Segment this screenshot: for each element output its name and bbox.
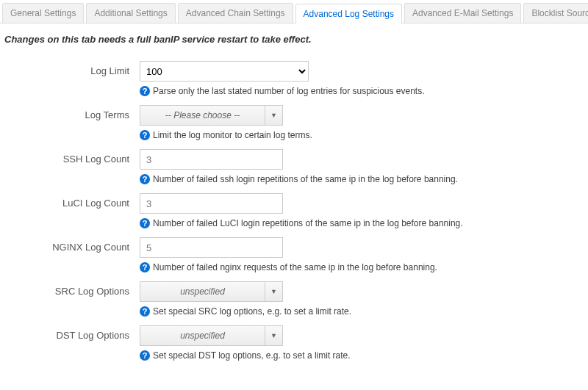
log-limit-help-text: Parse only the last stated number of log… [153,86,425,96]
tab-additional-settings[interactable]: Additional Settings [86,3,175,23]
log-limit-help: ? Parse only the last stated number of l… [140,86,588,96]
nginx-log-count-input[interactable] [140,237,283,258]
src-log-options-label: SRC Log Options [0,281,140,317]
tab-advanced-email-settings[interactable]: Advanced E-Mail Settings [404,3,521,23]
log-terms-placeholder: -- Please choose -- [140,110,265,120]
chevron-down-icon: ▼ [265,326,282,345]
tabs-bar: General Settings Additional Settings Adv… [0,0,588,24]
ssh-log-count-help: ? Number of failed ssh login repetitions… [140,174,588,184]
src-log-options-dropdown[interactable]: unspecified ▼ [140,281,283,302]
dst-log-options-help: ? Set special DST log options, e.g. to s… [140,350,588,361]
field-src-log-options: SRC Log Options unspecified ▼ ? Set spec… [0,272,588,317]
dst-log-options-dropdown[interactable]: unspecified ▼ [140,325,283,346]
log-terms-help: ? Limit the log monitor to certain log t… [140,130,588,140]
luci-log-count-input[interactable] [140,193,283,214]
tab-advanced-chain-settings[interactable]: Advanced Chain Settings [178,3,293,23]
log-limit-label: Log Limit [0,61,140,96]
help-icon: ? [140,130,150,140]
chevron-down-icon: ▼ [265,282,282,301]
help-icon: ? [140,306,150,317]
nginx-log-count-help-text: Number of failed nginx requests of the s… [153,262,437,272]
dst-log-options-help-text: Set special DST log options, e.g. to set… [153,350,351,361]
ssh-log-count-input[interactable] [140,149,283,170]
field-nginx-log-count: NGINX Log Count ? Number of failed nginx… [0,228,588,272]
dst-log-options-label: DST Log Options [0,325,140,361]
src-log-options-help: ? Set special SRC log options, e.g. to s… [140,306,588,317]
nginx-log-count-help: ? Number of failed nginx requests of the… [140,262,588,272]
field-log-limit: Log Limit 100 ? Parse only the last stat… [0,52,588,96]
luci-log-count-label: LuCI Log Count [0,193,140,228]
nginx-log-count-label: NGINX Log Count [0,237,140,272]
help-icon: ? [140,86,150,96]
log-terms-help-text: Limit the log monitor to certain log ter… [153,130,312,140]
tab-advanced-log-settings[interactable]: Advanced Log Settings [295,4,402,24]
ssh-log-count-help-text: Number of failed ssh login repetitions o… [153,174,458,184]
help-icon: ? [140,218,150,228]
luci-log-count-help: ? Number of failed LuCI login repetition… [140,218,588,228]
field-luci-log-count: LuCI Log Count ? Number of failed LuCI l… [0,184,588,228]
tab-intro-note: Changes on this tab needs a full banIP s… [0,24,588,52]
log-limit-select[interactable]: 100 [140,61,309,82]
field-ssh-log-count: SSH Log Count ? Number of failed ssh log… [0,140,588,184]
help-icon: ? [140,350,150,361]
ssh-log-count-label: SSH Log Count [0,149,140,184]
field-log-terms: Log Terms -- Please choose -- ▼ ? Limit … [0,96,588,140]
log-terms-dropdown[interactable]: -- Please choose -- ▼ [140,105,283,126]
luci-log-count-help-text: Number of failed LuCI login repetitions … [153,218,463,228]
tab-blocklist-sources[interactable]: Blocklist Sources [523,3,588,23]
help-icon: ? [140,174,150,184]
src-log-options-placeholder: unspecified [140,286,265,297]
chevron-down-icon: ▼ [265,106,282,125]
src-log-options-help-text: Set special SRC log options, e.g. to set… [153,306,351,317]
help-icon: ? [140,262,150,272]
tab-general-settings[interactable]: General Settings [2,3,84,23]
field-dst-log-options: DST Log Options unspecified ▼ ? Set spec… [0,317,588,361]
log-terms-label: Log Terms [0,105,140,140]
dst-log-options-placeholder: unspecified [140,331,265,341]
